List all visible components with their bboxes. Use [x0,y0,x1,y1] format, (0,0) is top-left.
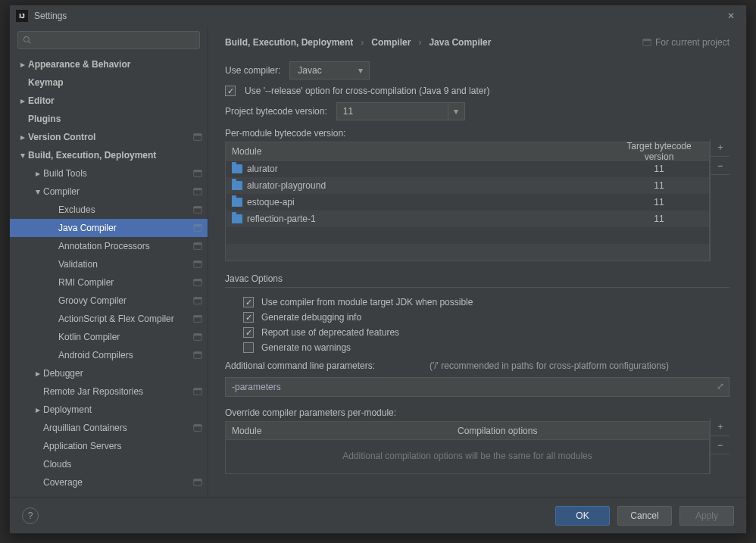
checkbox[interactable] [243,297,254,307]
tree-item[interactable]: Excludes [10,201,208,219]
module-bytecode-table: Module Target bytecode version alurator1… [225,142,710,261]
column-header-module[interactable]: Module [226,146,609,157]
params-input[interactable]: -parameters ⤢ [225,377,729,397]
tree-item-label: Keymap [28,77,203,88]
settings-tree[interactable]: ▸Appearance & BehaviorKeymap▸EditorPlugi… [10,52,208,497]
module-version[interactable]: 11 [609,164,709,174]
add-icon[interactable]: ＋ [711,418,729,436]
svg-rect-25 [194,352,202,354]
tree-item-label: Annotation Processors [58,241,192,251]
project-scope-icon [192,277,203,288]
use-compiler-select[interactable]: Javac ▾ [289,61,370,80]
app-icon: IJ [16,10,28,22]
module-version[interactable]: 11 [609,180,709,191]
chevron-down-icon: ▾ [33,186,43,197]
breadcrumb-item[interactable]: Compiler [371,37,411,48]
apply-button[interactable]: Apply [679,506,734,526]
tree-item-label: Groovy Compiler [58,295,192,306]
chevron-down-icon: ▾ [358,65,363,76]
svg-rect-13 [194,243,202,245]
ok-button[interactable]: OK [555,506,610,526]
divider [225,287,729,288]
checkbox[interactable] [243,327,254,338]
remove-icon[interactable]: − [711,436,729,454]
tree-item[interactable]: ActionScript & Flex Compiler [10,310,208,328]
tree-item[interactable]: Keymap [10,73,208,92]
tree-item[interactable]: Kotlin Compiler [10,328,208,346]
window-title: Settings [34,11,716,21]
help-icon[interactable]: ? [22,507,39,524]
tree-item-label: Appearance & Behavior [28,59,203,70]
chevron-down-icon: ▾ [17,150,28,161]
module-name: alurator [247,164,278,174]
tree-item[interactable]: RMI Compiler [10,273,208,292]
module-version[interactable]: 11 [609,214,709,224]
bytecode-version-select[interactable]: 11 ▾ [336,102,465,120]
tree-item[interactable]: Plugins [10,110,208,128]
tree-item-label: Build, Execution, Deployment [28,150,203,161]
tree-item-label: Deployment [43,404,203,415]
chevron-down-icon[interactable]: ▾ [448,102,465,120]
chevron-right-icon: › [361,37,364,48]
tree-item[interactable]: Annotation Processors [10,237,208,255]
tree-item[interactable]: ▸Version Control [10,128,208,146]
tree-item[interactable]: Deployment [10,492,208,497]
column-header-module[interactable]: Module [226,426,451,436]
breadcrumb-item[interactable]: Build, Execution, Deployment [225,37,353,48]
svg-rect-17 [194,279,202,282]
project-scope-icon [192,423,203,433]
chevron-right-icon: ▸ [17,59,28,70]
tree-item[interactable]: ▸Debugger [10,364,208,382]
checkbox-label: Use compiler from module target JDK when… [261,297,473,307]
project-scope-icon [642,37,652,48]
tree-item[interactable]: Groovy Compiler [10,292,208,310]
checkbox[interactable] [243,312,254,323]
table-row[interactable]: estoque-api11 [226,194,709,211]
release-option-checkbox[interactable] [225,86,236,96]
svg-rect-21 [194,316,202,318]
table-row[interactable]: reflection-parte-111 [226,211,709,227]
tree-item[interactable]: ▾Build, Execution, Deployment [10,146,208,164]
checkbox[interactable] [243,342,254,353]
tree-item[interactable]: Android Compilers [10,346,208,364]
tree-item[interactable]: ▸Deployment [10,401,208,419]
tree-item[interactable]: ▸Appearance & Behavior [10,55,208,73]
project-scope-hint: For current project [642,37,729,48]
tree-item[interactable]: Remote Jar Repositories [10,382,208,401]
add-icon[interactable]: ＋ [711,139,729,157]
svg-rect-15 [194,261,202,264]
chevron-right-icon: ▸ [33,168,43,179]
tree-item[interactable]: ▾Compiler [10,183,208,201]
table-row[interactable]: alurator11 [226,161,709,177]
javac-options-title: Javac Options [225,273,729,284]
tree-item-label: Kotlin Compiler [58,332,192,342]
tree-item-label: RMI Compiler [58,277,192,288]
tree-item[interactable]: Application Servers [10,437,208,455]
close-icon[interactable]: ✕ [722,7,740,25]
module-name: estoque-api [247,197,295,208]
tree-item[interactable]: Arquillian Containers [10,419,208,437]
remove-icon[interactable]: − [711,157,729,175]
tree-item[interactable]: Coverage [10,473,208,492]
tree-item[interactable]: Java Compiler [10,219,208,237]
tree-item-label: Version Control [28,132,192,142]
checkbox-label: Report use of deprecated features [261,327,399,338]
tree-item[interactable]: ▸Editor [10,92,208,110]
tree-item[interactable]: Validation [10,255,208,273]
folder-icon [232,181,242,190]
svg-point-0 [24,37,30,42]
cancel-button[interactable]: Cancel [617,506,672,526]
per-module-label: Per-module bytecode version: [225,128,729,139]
tree-item[interactable]: ▸Build Tools [10,164,208,183]
column-header-options[interactable]: Compilation options [451,426,709,436]
breadcrumb-item: Java Compiler [429,37,491,48]
column-header-version[interactable]: Target bytecode version [609,141,709,162]
search-input[interactable] [17,31,200,49]
project-scope-icon [192,386,203,397]
module-version[interactable]: 11 [609,197,709,208]
checkbox-label: Generate debugging info [261,312,361,323]
tree-item[interactable]: Clouds [10,455,208,473]
module-name: alurator-playground [247,180,326,191]
expand-icon[interactable]: ⤢ [717,381,724,392]
table-row[interactable]: alurator-playground11 [226,177,709,194]
